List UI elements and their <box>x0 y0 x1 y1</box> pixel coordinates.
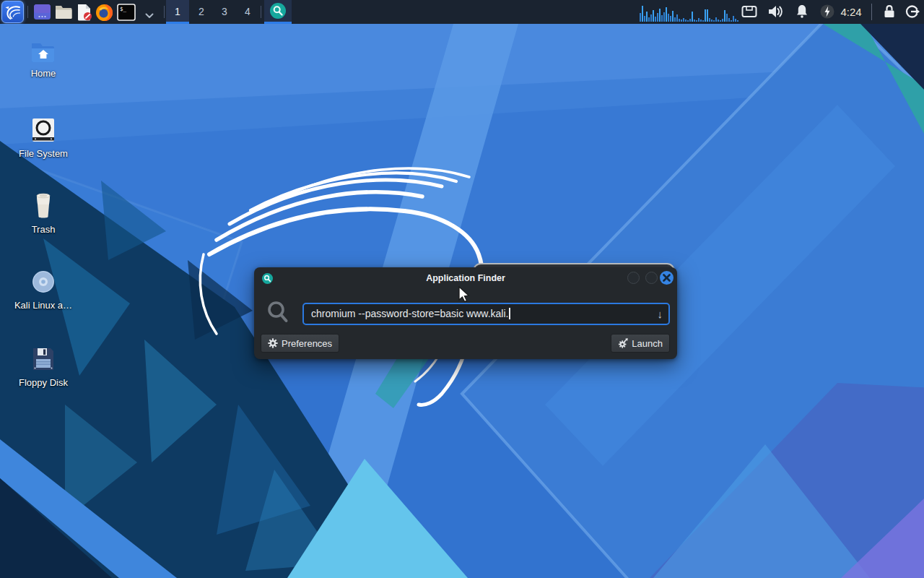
close-button[interactable] <box>660 271 674 285</box>
cpu-bar <box>687 20 689 22</box>
desktop-icon-label: Floppy Disk <box>6 377 81 388</box>
launcher-firefox[interactable] <box>95 4 113 25</box>
cpu-bar <box>735 19 736 22</box>
network-tray-icon[interactable] <box>741 4 758 22</box>
cpu-bar <box>713 20 715 22</box>
kali-logo-icon <box>2 1 23 22</box>
panel-separator <box>164 6 165 18</box>
workspace-4[interactable]: 4 <box>236 0 259 24</box>
cpu-bar <box>640 13 641 22</box>
cpu-bar <box>679 19 680 22</box>
launcher-text-editor[interactable] <box>75 4 93 24</box>
cpu-bar <box>681 20 682 22</box>
document-edit-icon <box>75 4 93 21</box>
panel-separator <box>871 4 872 20</box>
cpu-bar <box>642 6 643 22</box>
preferences-button[interactable]: Preferences <box>261 334 339 353</box>
cpu-bar <box>666 7 667 22</box>
launcher-file-manager[interactable] <box>54 4 72 22</box>
maximize-button[interactable] <box>645 272 658 284</box>
cpu-bar <box>655 17 656 22</box>
cpu-bar <box>644 16 645 22</box>
speaker-icon <box>767 4 784 20</box>
preferences-label: Preferences <box>282 338 332 349</box>
chevron-down-icon <box>145 13 154 19</box>
cpu-bar <box>692 12 693 22</box>
logout-button[interactable] <box>905 4 920 22</box>
desktop-icon-label: Kali Linux a… <box>6 300 81 311</box>
bell-icon <box>795 4 809 20</box>
desktop-icon-kali-cd[interactable]: Kali Linux a… <box>6 268 81 311</box>
workspace-2[interactable]: 2 <box>190 0 213 24</box>
clock[interactable]: 4:24 <box>834 0 868 24</box>
terminal-dropdown-chevron[interactable] <box>145 9 154 22</box>
panel-separator <box>261 6 261 18</box>
cpu-bar <box>731 20 732 22</box>
top-panel: $_ 1 2 3 4 <box>0 0 924 24</box>
cpu-bar <box>683 18 684 22</box>
active-workspace-underline <box>166 22 189 24</box>
close-icon <box>663 274 671 282</box>
trash-can-icon <box>30 191 57 220</box>
cpu-bar <box>715 17 717 22</box>
firefox-icon <box>95 4 113 22</box>
cpu-bar <box>718 20 719 22</box>
lock-icon <box>881 4 897 20</box>
cpu-bar <box>709 18 710 22</box>
notifications-tray-icon[interactable] <box>795 4 809 22</box>
desktop-icon-home[interactable]: Home <box>6 40 81 79</box>
workspace-number: 3 <box>222 6 227 17</box>
dialog-title: Application Finder <box>254 273 677 283</box>
launcher-terminal[interactable]: $_ <box>117 4 136 24</box>
application-finder-icon <box>270 3 286 19</box>
cpu-bar <box>726 14 728 22</box>
mouse-cursor <box>458 286 474 303</box>
cpu-bar <box>689 19 691 22</box>
cpu-bar <box>685 20 687 22</box>
cpu-bar <box>737 20 738 22</box>
desktop-icon-label: Trash <box>6 224 81 235</box>
minimize-button[interactable] <box>627 272 640 284</box>
volume-tray-icon[interactable] <box>767 4 784 22</box>
cpu-bar <box>722 19 723 22</box>
cpu-graph[interactable] <box>640 2 741 22</box>
cpu-bar <box>696 20 697 22</box>
desktop-icon-trash[interactable]: Trash <box>6 191 81 235</box>
power-bolt-icon <box>819 4 835 20</box>
cpu-bar <box>676 14 678 22</box>
text-caret <box>509 308 510 319</box>
cpu-bar <box>670 16 671 22</box>
search-input[interactable]: chromium --password-store=basic www.kali… <box>302 303 670 325</box>
application-finder-window: Application Finder chromium --password-s… <box>254 267 677 359</box>
power-manager-tray-icon[interactable] <box>819 4 835 22</box>
cpu-bar <box>650 14 652 22</box>
cpu-bar <box>702 20 704 22</box>
optical-disc-icon <box>30 268 57 296</box>
cpu-bar <box>707 9 708 22</box>
cpu-bar <box>711 20 712 22</box>
taskbar-application-finder[interactable] <box>264 0 292 24</box>
cpu-bar <box>646 12 648 22</box>
workspace-3[interactable]: 3 <box>213 0 236 24</box>
launch-icon <box>618 338 628 348</box>
home-folder-icon <box>30 40 57 64</box>
desktop-icon-file-system[interactable]: File System <box>6 116 81 159</box>
cpu-bar <box>705 9 706 22</box>
cpu-bar <box>700 20 702 22</box>
active-task-underline <box>264 22 292 24</box>
folder-icon <box>54 4 72 20</box>
applications-menu-button[interactable] <box>1 1 24 23</box>
cpu-bar <box>724 10 725 22</box>
desktop-icon-label: Home <box>6 68 81 79</box>
desktop-icon-floppy[interactable]: Floppy Disk <box>6 345 81 388</box>
app-window-icon <box>33 4 51 20</box>
workspace-1[interactable]: 1 <box>166 0 189 24</box>
launch-button[interactable]: Launch <box>611 334 670 353</box>
launcher-app-window[interactable] <box>33 4 51 23</box>
gear-icon <box>268 338 278 348</box>
cpu-bar <box>698 18 699 22</box>
dropdown-arrow-icon[interactable]: ↓ <box>658 304 663 324</box>
workspace-number: 1 <box>175 6 180 17</box>
cpu-bar <box>653 10 654 22</box>
lock-screen-button[interactable] <box>881 4 897 22</box>
